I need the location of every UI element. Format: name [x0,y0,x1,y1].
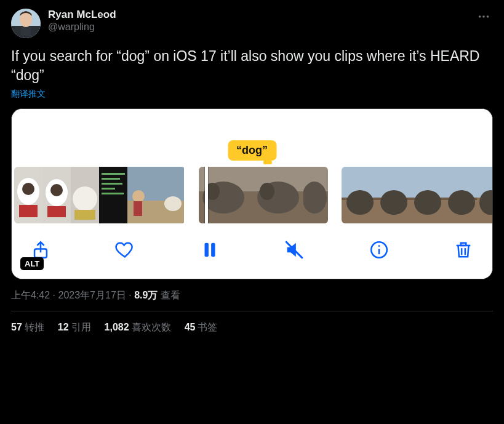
more-icon[interactable] [474,9,493,27]
tweet-date[interactable]: 2023年7月17日 [58,290,126,300]
video-filmstrip[interactable] [12,164,492,226]
svg-point-49 [380,190,407,215]
views-label: 查看 [158,290,180,300]
svg-rect-18 [99,167,127,223]
info-icon[interactable] [367,238,391,262]
mute-icon[interactable] [282,238,306,262]
svg-point-16 [73,186,97,211]
svg-rect-10 [19,205,38,217]
svg-rect-62 [204,243,208,257]
tweet-body: If you search for “dog” on iOS 17 it’ll … [11,47,493,85]
tweet-time[interactable]: 上午4:42 [11,290,50,300]
svg-rect-20 [102,178,120,180]
svg-rect-63 [211,243,215,257]
translate-link[interactable]: 翻译推文 [11,89,493,100]
quotes-stat[interactable]: 12引用 [58,321,91,334]
svg-point-38 [260,183,274,200]
svg-point-57 [448,190,475,215]
svg-rect-22 [102,188,115,190]
svg-point-45 [346,190,374,215]
svg-rect-17 [74,210,95,220]
svg-point-4 [479,15,481,18]
svg-point-53 [414,190,441,215]
tweet-stats: 57转推 12引用 1,082喜欢次数 45书签 [11,311,493,334]
svg-rect-14 [47,206,66,217]
svg-rect-21 [102,183,122,185]
svg-rect-3 [21,27,31,36]
likes-stat[interactable]: 1,082喜欢次数 [105,321,171,334]
playhead-indicator[interactable] [205,167,208,223]
svg-rect-27 [134,201,142,216]
pause-icon[interactable] [198,238,222,262]
svg-point-2 [20,12,32,27]
tweet-header: Ryan McLeod @warpling [11,9,493,38]
tweet-container: Ryan McLeod @warpling If you search for … [0,0,504,334]
svg-point-67 [378,245,380,247]
tweet-meta: 上午4:42 · 2023年7月17日 · 8.9万 查看 [11,289,493,302]
svg-point-30 [164,196,182,211]
views-count[interactable]: 8.9万 [134,290,158,300]
clip-thumbnail[interactable] [342,167,493,223]
author-display-name[interactable]: Ryan McLeod [48,9,116,21]
trash-icon[interactable] [452,238,475,262]
svg-point-9 [22,183,34,195]
retweets-stat[interactable]: 57转推 [11,321,44,334]
clip-thumbnail[interactable] [14,167,185,223]
author-handle[interactable]: @warpling [48,21,116,33]
search-term-bubble: “dog” [228,140,276,161]
svg-rect-19 [102,173,125,175]
avatar[interactable] [11,9,41,38]
svg-point-13 [50,184,63,196]
svg-point-5 [482,15,485,18]
media-attachment[interactable]: “dog” [11,108,493,279]
bookmarks-stat[interactable]: 45书签 [185,321,218,334]
clip-thumbnail[interactable] [199,167,328,223]
svg-point-26 [132,190,145,202]
heart-icon[interactable] [113,238,137,262]
svg-point-6 [487,15,489,18]
media-toolbar [12,226,492,279]
alt-badge[interactable]: ALT [20,257,44,270]
svg-rect-23 [102,193,124,194]
